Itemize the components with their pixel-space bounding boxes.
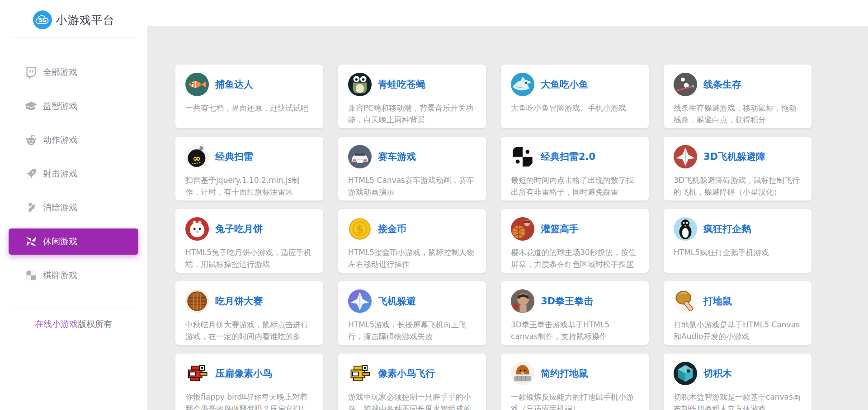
game-card[interactable]: 吃月饼大赛 中秋吃月饼大赛游戏，鼠标点击进行游戏，在一定的时间内看谁吃的多 <box>175 281 323 345</box>
game-card-header: 3D飞机躲避障 <box>674 145 802 168</box>
app-root: 5G 小游戏平台 全部游戏 益智游戏 动作游戏 射击游戏 消除游戏 休闲游戏 棋… <box>0 0 868 410</box>
game-title-link[interactable]: 经典扫雷2.0 <box>541 150 595 163</box>
sidebar-item-label: 棋牌游戏 <box>43 270 77 281</box>
game-description: 切积木益智游戏是一款基于canvas画布制作切换积木立方体游戏 <box>674 391 802 410</box>
game-card[interactable]: 捕鱼达人 一共有七档，界面还原，赶快试试吧 <box>175 65 323 128</box>
game-title-link[interactable]: 灌篮高手 <box>541 223 579 235</box>
slam-dunk-icon <box>511 217 534 241</box>
game-card-header: 赛车游戏 <box>348 145 476 168</box>
line-survival-game-icon <box>674 73 697 96</box>
sidebar-item-label: 射击游戏 <box>43 168 77 180</box>
game-title-link[interactable]: 接金币 <box>378 223 406 235</box>
fishing-game-icon <box>185 73 209 96</box>
game-card[interactable]: 大鱼吃小鱼 大鱼吃小鱼冒险游戏、手机小游戏 <box>501 65 649 128</box>
game-card-header: 像素小鸟飞行 <box>348 362 476 385</box>
game-card[interactable]: 简约打地鼠 一款锻炼反应能力的打地鼠手机小游戏（只适应手机端） <box>501 354 649 410</box>
game-card[interactable]: 线条生存 线条生存躲避游戏，移动鼠标，拖动线条，躲避白点，获得积分 <box>664 65 811 128</box>
yellow-pixel-bird-icon <box>348 362 372 385</box>
game-card[interactable]: 飞机躲避 HTML5游戏，长按屏幕飞机向上飞行，撞击障碍物游戏失败 <box>338 281 486 345</box>
pinwheel-icon <box>25 235 38 248</box>
sidebar-menu: 全部游戏 益智游戏 动作游戏 射击游戏 消除游戏 休闲游戏 棋牌游戏 <box>0 59 147 289</box>
footer-divider <box>11 308 136 308</box>
game-grid: 捕鱼达人 一共有七档，界面还原，赶快试试吧 青蛙吃苍蝇 兼容PC端和移动端，背景… <box>147 26 868 410</box>
game-card[interactable]: 疯狂打企鹅 HTML5疯狂打企鹅手机游戏 <box>664 209 811 273</box>
game-title-link[interactable]: 3D拳王拳击 <box>541 295 593 308</box>
game-title-link[interactable]: 经典扫雷 <box>215 150 253 163</box>
game-card-header: ∞ 经典扫雷 <box>185 145 313 168</box>
game-title-link[interactable]: 切积木 <box>703 367 732 380</box>
game-card-header: 简约打地鼠 <box>511 362 639 385</box>
game-card[interactable]: 像素小鸟飞行 游戏中玩家必须控制一只胖乎乎的小鸟，跨越由各种不同长度水管组成的障… <box>338 354 486 410</box>
game-title-link[interactable]: 兔子吃月饼 <box>215 223 263 235</box>
sidebar-item[interactable]: 全部游戏 <box>9 59 138 85</box>
game-card-header: 捕鱼达人 <box>185 73 313 96</box>
app-title: 小游戏平台 <box>56 13 115 28</box>
game-title-link[interactable]: 捕鱼达人 <box>215 78 253 91</box>
game-title-link[interactable]: 打地鼠 <box>703 295 732 308</box>
game-card[interactable]: 3D飞机躲避障 3D飞机躲避障碍游戏，鼠标控制飞行的飞机，躲避障碍（小星汉化） <box>664 137 811 200</box>
sidebar-item[interactable]: 棋牌游戏 <box>9 262 138 289</box>
game-card[interactable]: 兔子吃月饼 HTML5兔子吃月饼小游戏，适应手机端，用鼠标操控进行游戏 <box>175 209 323 273</box>
game-title-link[interactable]: 像素小鸟飞行 <box>378 367 435 380</box>
robot-face-icon <box>25 134 38 146</box>
sidebar-item[interactable]: 益智游戏 <box>9 93 138 119</box>
main-content: 捕鱼达人 一共有七档，界面还原，赶快试试吧 青蛙吃苍蝇 兼容PC端和移动端，背景… <box>147 0 868 410</box>
game-title-link[interactable]: 赛车游戏 <box>378 150 416 163</box>
sidebar-item-label: 全部游戏 <box>43 66 77 78</box>
racing-car-icon <box>348 145 372 168</box>
game-card-header: 吃月饼大赛 <box>185 289 313 313</box>
game-card-header: 打地鼠 <box>674 289 802 313</box>
game-card[interactable]: 切积木 切积木益智游戏是一款基于canvas画布制作切换积木立方体游戏 <box>664 354 811 410</box>
shark-game-icon <box>511 73 534 96</box>
game-description: 樱木花道的篮球主场30秒投篮，按住屏幕，力度条在红色区域时松手投篮 <box>511 247 639 270</box>
sidebar-item-label: 休闲游戏 <box>43 236 77 247</box>
logo-divider <box>11 37 136 37</box>
game-card-header: 灌篮高手 <box>511 217 639 241</box>
whack-a-mole-hammer-icon <box>674 289 697 313</box>
sidebar-item[interactable]: 休闲游戏 <box>9 228 138 255</box>
game-description: 3D飞机躲避障碍游戏，鼠标控制飞行的飞机，躲避障碍（小星汉化） <box>674 174 802 198</box>
game-title-link[interactable]: 吃月饼大赛 <box>215 295 263 308</box>
game-card[interactable]: 压扁像素小鸟 你恨flappy bird吗?你每天晚上对着那个愚蠢的鸟做噩梦吗？… <box>175 354 323 410</box>
sidebar-item-label: 动作游戏 <box>43 134 77 146</box>
game-description: HTML5游戏，长按屏幕飞机向上飞行，撞击障碍物游戏失败 <box>348 319 476 342</box>
mooncake-contest-icon <box>185 289 209 313</box>
game-card-header: 疯狂打企鹅 <box>674 217 802 241</box>
sidebar-item[interactable]: 射击游戏 <box>9 161 138 187</box>
game-card[interactable]: $ 接金币 HTML5接金币小游戏，鼠标控制人物左右移动进行操作 <box>338 209 486 273</box>
game-card-header: 青蛙吃苍蝇 <box>348 73 476 96</box>
game-title-link[interactable]: 简约打地鼠 <box>541 367 588 380</box>
game-description: 大鱼吃小鱼冒险游戏、手机小游戏 <box>511 102 639 114</box>
game-title-link[interactable]: 3D飞机躲避障 <box>703 150 765 163</box>
game-title-link[interactable]: 疯狂打企鹅 <box>703 223 751 235</box>
chat-bubble-icon <box>25 66 38 79</box>
game-card-header: 兔子吃月饼 <box>185 217 313 241</box>
game-title-link[interactable]: 线条生存 <box>703 78 741 91</box>
sidebar-item[interactable]: 消除游戏 <box>9 195 138 221</box>
game-description: 3D拳王拳击游戏基于HTML5 canvas制作，支持鼠标操作 <box>511 319 639 342</box>
game-card[interactable]: 3D拳王拳击 3D拳王拳击游戏基于HTML5 canvas制作，支持鼠标操作 <box>501 281 649 345</box>
svg-text:$: $ <box>356 223 363 236</box>
game-description: 你恨flappy bird吗?你每天晚上对着那个愚蠢的鸟做噩梦吗？压扁它们! <box>185 391 313 410</box>
game-card-header: 压扁像素小鸟 <box>185 362 313 385</box>
game-card[interactable]: 打地鼠 打地鼠小游戏是基于HTML5 Canvas和Audio开发的小游戏 <box>664 281 811 345</box>
game-card[interactable]: 经典扫雷2.0 最短的时间内点击格子出现的数字找出所有非雷格子，同时避免踩雷 <box>501 137 649 200</box>
footer-site-link[interactable]: 在线小游戏 <box>35 319 78 329</box>
game-card-header: 经典扫雷2.0 <box>511 145 639 168</box>
game-title-link[interactable]: 青蛙吃苍蝇 <box>378 78 425 91</box>
game-card[interactable]: 灌篮高手 樱木花道的篮球主场30秒投篮，按住屏幕，力度条在红色区域时松手投篮 <box>501 209 649 273</box>
game-card[interactable]: ∞ 经典扫雷 扫雷基于jquery.1.10.2.min.js制作，计时，有十面… <box>175 137 323 200</box>
logo[interactable]: 5G 小游戏平台 <box>0 0 147 30</box>
game-card-header: 线条生存 <box>674 73 802 96</box>
game-card[interactable]: 青蛙吃苍蝇 兼容PC端和移动端，背景音乐开关功能，白天晚上两种背景 <box>338 65 486 128</box>
game-title-link[interactable]: 飞机躲避 <box>378 295 416 308</box>
sidebar-item[interactable]: 动作游戏 <box>9 127 138 153</box>
game-title-link[interactable]: 大鱼吃小鱼 <box>541 78 588 91</box>
game-description: 中秋吃月饼大赛游戏，鼠标点击进行游戏，在一定的时间内看谁吃的多 <box>185 319 313 342</box>
checkerboard-icon <box>25 269 38 282</box>
game-title-link[interactable]: 压扁像素小鸟 <box>215 367 272 380</box>
game-card[interactable]: 赛车游戏 HTML5 Canvas赛车游戏动画，赛车游戏动画演示 <box>338 137 486 200</box>
frog-game-icon <box>348 73 372 96</box>
game-description: 扫雷基于jquery.1.10.2.min.js制作，计时，有十面红旗标注雷区 <box>185 174 313 198</box>
game-description: HTML5接金币小游戏，鼠标控制人物左右移动进行操作 <box>348 247 476 270</box>
